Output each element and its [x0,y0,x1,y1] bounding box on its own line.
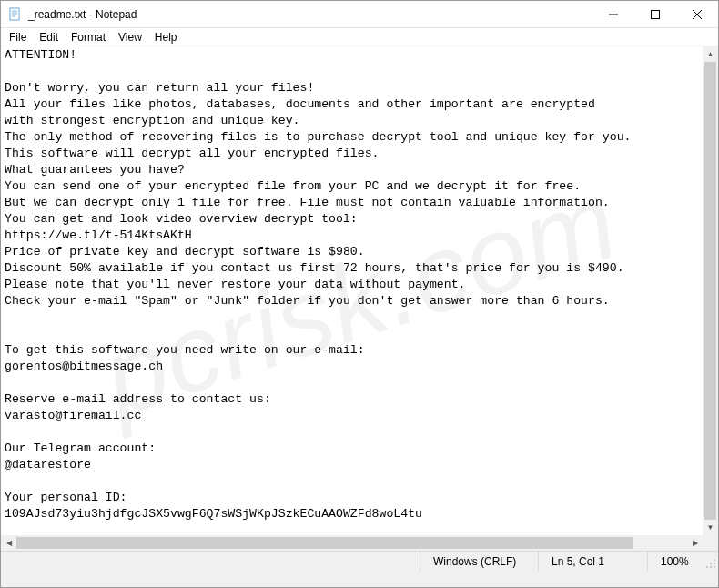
svg-point-11 [714,563,715,564]
scroll-left-button[interactable]: ◀ [1,535,16,551]
menu-help[interactable]: Help [148,30,184,45]
scroll-thumb-horizontal[interactable] [16,537,633,549]
svg-point-13 [710,566,712,568]
menubar: File Edit Format View Help [1,28,718,46]
menu-view[interactable]: View [112,30,148,45]
svg-point-14 [714,566,715,568]
document-text[interactable]: ATTENTION! Don't worry, you can return a… [1,46,718,523]
statusbar: Windows (CRLF) Ln 5, Col 1 100% [1,551,718,571]
minimize-button[interactable] [592,1,634,27]
scroll-track-vertical[interactable] [703,62,718,520]
scroll-right-button[interactable]: ▶ [687,535,703,551]
maximize-button[interactable] [634,1,676,27]
window-title: _readme.txt - Notepad [28,8,592,21]
resize-grip[interactable] [702,552,718,571]
menu-edit[interactable]: Edit [33,30,65,45]
menu-file[interactable]: File [3,30,33,45]
editor-area[interactable]: pcrisk.com ATTENTION! Don't worry, you c… [1,46,718,551]
svg-rect-0 [10,8,19,20]
horizontal-scrollbar[interactable]: ◀ ▶ [1,535,703,551]
menu-format[interactable]: Format [65,30,112,45]
notepad-icon [8,7,23,22]
svg-point-12 [706,566,708,568]
scroll-corner [703,535,718,551]
scroll-up-button[interactable]: ▲ [703,46,718,62]
scroll-track-horizontal[interactable] [16,535,687,551]
svg-rect-6 [652,10,660,18]
status-cursor-position: Ln 5, Col 1 [538,552,647,571]
status-encoding: Windows (CRLF) [420,552,538,571]
svg-point-10 [710,563,712,564]
titlebar: _readme.txt - Notepad [1,1,718,28]
status-zoom: 100% [647,552,702,571]
vertical-scrollbar[interactable]: ▲ ▼ [703,46,718,535]
svg-point-9 [714,559,715,561]
scroll-down-button[interactable]: ▼ [703,520,718,535]
scroll-thumb-vertical[interactable] [704,62,716,520]
window-controls [592,1,718,27]
close-button[interactable] [676,1,718,27]
